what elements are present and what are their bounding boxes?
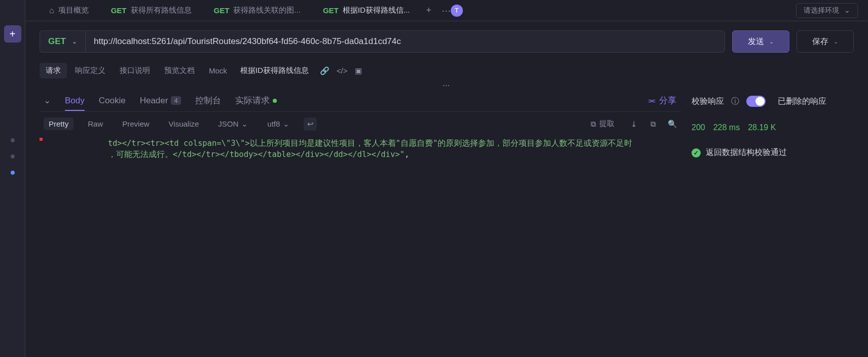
- info-icon[interactable]: ⓘ: [731, 96, 739, 107]
- http-status: 200: [692, 123, 705, 132]
- collapse-icon[interactable]: ⌄: [44, 95, 51, 106]
- overview-icon: ⌂: [49, 6, 54, 15]
- resp-tab-header-label: Header: [140, 96, 168, 106]
- tab-label: 获得所有路线信息: [131, 6, 192, 15]
- rail-dot[interactable]: [11, 138, 15, 142]
- method-badge: GET: [214, 6, 230, 15]
- tab-label: 项目概览: [58, 6, 89, 15]
- search-icon[interactable]: 🔍: [667, 120, 677, 129]
- save-label: 保存: [812, 36, 828, 47]
- env-select[interactable]: 请选择环境 ⌄: [796, 3, 858, 18]
- rail-dots: [11, 138, 15, 175]
- tab-actions: + ⋯: [426, 0, 451, 21]
- copy-icon[interactable]: ⧉: [648, 120, 658, 129]
- env-badge[interactable]: T: [451, 5, 463, 17]
- deleted-response-label: 已删除的响应: [778, 96, 826, 107]
- tab-label: 获得路线关联的图...: [233, 6, 301, 15]
- resp-tab-real-request[interactable]: 实际请求: [235, 95, 277, 106]
- rail-dot[interactable]: [11, 154, 15, 158]
- extract-button[interactable]: ⧉ 提取: [586, 117, 620, 131]
- validate-label: 校验响应: [692, 96, 724, 107]
- add-tab-button[interactable]: +: [4, 25, 21, 43]
- body-toolbar: Pretty Raw Preview Visualize JSON ⌄ utf8…: [40, 111, 681, 136]
- url-text: http://localhost:5261/api/TouristRoutes/…: [94, 36, 401, 47]
- right-panel: 校验响应 ⓘ 已删除的响应 200 228 ms 28.19 K ✓ 返回数据结…: [692, 91, 854, 357]
- encoding-label: utf8: [267, 120, 280, 128]
- resp-tab-console[interactable]: 控制台: [195, 95, 221, 106]
- header-count-badge: 4: [171, 96, 180, 105]
- left-rail: +: [0, 0, 25, 357]
- wrap-toggle[interactable]: ↩: [304, 117, 317, 131]
- url-input[interactable]: http://localhost:5261/api/TouristRoutes/…: [85, 30, 725, 53]
- panel-icon[interactable]: ▣: [355, 66, 362, 75]
- chevron-down-icon: ⌄: [844, 6, 850, 14]
- response-size: 28.19 K: [748, 123, 776, 132]
- request-row: GET ⌄ http://localhost:5261/api/TouristR…: [40, 30, 854, 53]
- share-label: 分享: [659, 95, 676, 106]
- api-title: 根据ID获得路线信息: [235, 63, 314, 78]
- subtab-request[interactable]: 请求: [40, 63, 67, 78]
- view-visualize[interactable]: Visualize: [164, 117, 204, 130]
- save-button[interactable]: 保存 ⌄: [797, 30, 854, 53]
- method-label: GET: [48, 36, 66, 47]
- send-button[interactable]: 发送 ⌄: [732, 30, 789, 53]
- encoding-select[interactable]: utf8 ⌄: [262, 117, 295, 131]
- share-icon: ⫘: [647, 96, 656, 106]
- resp-tab-body[interactable]: Body: [65, 96, 85, 106]
- resp-tab-header[interactable]: Header 4: [140, 96, 181, 106]
- share-button[interactable]: ⫘ 分享: [647, 95, 676, 106]
- tab-bar: ⌂ 项目概览 GET 获得所有路线信息 GET 获得路线关联的图... GET …: [25, 0, 868, 21]
- view-pretty[interactable]: Pretty: [44, 117, 74, 130]
- download-icon[interactable]: ⤓: [629, 120, 639, 129]
- method-select[interactable]: GET ⌄: [40, 30, 85, 53]
- view-raw[interactable]: Raw: [83, 117, 108, 130]
- resp-tab-real-request-label: 实际请求: [235, 95, 270, 106]
- subtab-response-def[interactable]: 响应定义: [69, 63, 112, 78]
- request-subtabs: 请求 响应定义 接口说明 预览文档 Mock 根据ID获得路线信息 🔗 </> …: [40, 63, 854, 78]
- validate-toggle[interactable]: [746, 96, 766, 107]
- validation-pass: ✓ 返回数据结构校验通过: [692, 147, 854, 158]
- validation-pass-label: 返回数据结构校验通过: [706, 147, 787, 158]
- send-label: 发送: [748, 36, 764, 47]
- subtab-api-doc[interactable]: 接口说明: [114, 63, 156, 78]
- chevron-down-icon: ⌄: [241, 120, 248, 129]
- view-preview[interactable]: Preview: [117, 117, 154, 130]
- extract-label: 提取: [599, 119, 614, 129]
- subtab-mock[interactable]: Mock: [203, 63, 233, 78]
- more-tabs-button[interactable]: ⋯: [442, 5, 451, 16]
- divider-handle[interactable]: ⋯: [40, 82, 854, 90]
- tab-overview[interactable]: ⌂ 项目概览: [38, 0, 100, 21]
- chevron-down-icon: ⌄: [834, 38, 838, 45]
- new-tab-button[interactable]: +: [426, 5, 431, 16]
- tab-route-by-id[interactable]: GET 根据ID获得路线信...: [312, 0, 421, 21]
- chevron-down-icon: ⌄: [72, 38, 77, 45]
- response-tabs: ⌄ Body Cookie Header 4 控制台 实际请求 ⫘ 分享: [40, 91, 681, 111]
- extract-icon: ⧉: [591, 120, 596, 129]
- tab-all-routes[interactable]: GET 获得所有路线信息: [100, 0, 203, 21]
- response-stats: 200 228 ms 28.19 K: [692, 117, 854, 138]
- code-icon[interactable]: </>: [337, 66, 348, 75]
- rail-dot-active[interactable]: [11, 171, 15, 175]
- chevron-down-icon: ⌄: [769, 38, 774, 45]
- json-editor[interactable]: td></tr><tr><td colspan=\"3\">以上所列项目均是建议…: [40, 136, 681, 357]
- format-label: JSON: [218, 120, 238, 128]
- check-icon: ✓: [692, 148, 701, 157]
- method-badge: GET: [323, 6, 339, 15]
- tab-route-images[interactable]: GET 获得路线关联的图...: [203, 0, 312, 21]
- response-time: 228 ms: [713, 123, 740, 132]
- resp-tab-cookie[interactable]: Cookie: [99, 96, 126, 106]
- method-badge: GET: [111, 6, 127, 15]
- link-icon[interactable]: 🔗: [320, 66, 330, 75]
- env-label: 请选择环境: [804, 6, 839, 15]
- subtab-preview-doc[interactable]: 预览文档: [158, 63, 201, 78]
- status-dot-icon: [273, 99, 277, 103]
- format-select[interactable]: JSON ⌄: [213, 117, 253, 131]
- tab-label: 根据ID获得路线信...: [343, 6, 410, 15]
- chevron-down-icon: ⌄: [283, 120, 290, 129]
- wrap-icon: ↩: [307, 120, 314, 129]
